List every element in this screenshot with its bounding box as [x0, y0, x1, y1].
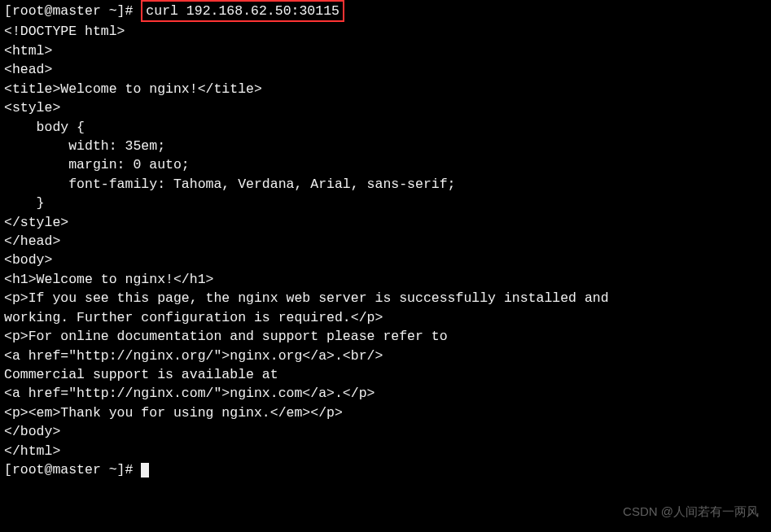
output-line-14: <p>If you see this page, the nginx web s… [4, 289, 767, 307]
output-line-8: font-family: Tahoma, Verdana, Arial, san… [4, 175, 767, 194]
output-line-17: <p>For online documentation and support … [4, 327, 767, 346]
output-line-22: <p><em>Thank you for using nginx.</em></… [4, 403, 767, 422]
output-line-20: <a href="http://nginx.com/">nginx.com</a… [4, 384, 767, 403]
output-line-19: Commercial support is available at [4, 365, 767, 384]
output-line-18: <a href="http://nginx.org/">nginx.org</a… [4, 347, 767, 365]
terminal-window[interactable]: [root@master ~]# curl 192.168.62.50:3011… [0, 0, 771, 480]
highlighted-command: curl 192.168.62.50:30115 [141, 0, 344, 22]
prompt-line-2: [root@master ~]# [4, 462, 141, 477]
prompt-line-1: [root@master ~]# [4, 3, 141, 19]
output-line-12: <body> [4, 251, 767, 269]
cursor-icon [141, 463, 149, 477]
output-line-23: </body> [4, 422, 767, 441]
output-line-2: <head> [4, 60, 767, 79]
output-line-13: <h1>Welcome to nginx!</h1> [4, 270, 767, 289]
output-line-10: </style> [4, 213, 767, 232]
output-line-4: <style> [4, 98, 767, 117]
watermark-text: CSDN @人间若有一两风 [623, 503, 759, 520]
output-line-3: <title>Welcome to nginx!</title> [4, 80, 767, 98]
output-line-6: width: 35em; [4, 137, 767, 155]
output-line-11: </head> [4, 232, 767, 251]
output-line-0: <!DOCTYPE html> [4, 22, 767, 41]
output-line-24: </html> [4, 442, 767, 460]
output-line-7: margin: 0 auto; [4, 155, 767, 174]
output-line-5: body { [4, 118, 767, 137]
output-line-9: } [4, 194, 767, 212]
output-line-1: <html> [4, 41, 767, 60]
output-line-15: working. Further configuration is requir… [4, 308, 767, 327]
